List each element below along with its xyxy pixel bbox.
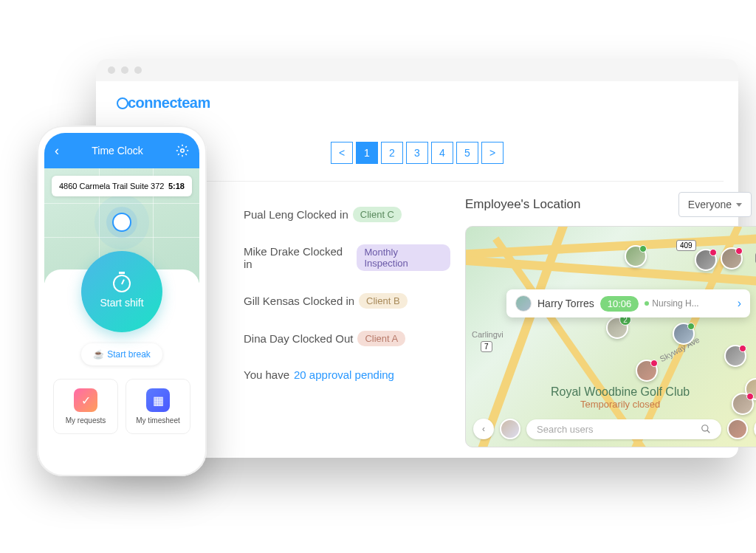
status-indicator — [746, 393, 754, 400]
window-dot — [108, 66, 115, 74]
employee-location-panel: Employee's Location Everyone 409 27 7 Ca… — [465, 192, 756, 447]
gridline — [44, 237, 199, 238]
approval-row: You have 20 approval pending — [244, 368, 450, 381]
map-footer: ‹ Search users › — [473, 419, 756, 439]
search-input[interactable]: Search users — [526, 419, 721, 439]
back-icon[interactable]: ‹ — [55, 143, 59, 159]
status-indicator — [739, 345, 746, 352]
footer-avatar[interactable] — [727, 419, 748, 439]
page-3[interactable]: 3 — [406, 142, 428, 164]
activity-tag: Monthly Inspection — [357, 244, 450, 271]
activity-row: Mike Drake Clocked in Monthly Inspection — [244, 244, 450, 271]
stopwatch-icon — [113, 275, 131, 292]
window-dot — [121, 66, 128, 74]
activity-tag: Client B — [359, 293, 408, 309]
my-requests-card[interactable]: ✓ My requests — [53, 379, 118, 434]
activity-text: Mike Drake Clocked in — [244, 245, 352, 270]
coffee-icon: ☕ — [93, 349, 104, 360]
activity-row: Gill Kensas Clocked in Client B — [244, 293, 450, 309]
employee-avatar[interactable] — [673, 323, 695, 345]
activity-feed: Pual Leng Clocked in Client C Mike Drake… — [244, 207, 450, 381]
page-4[interactable]: 4 — [431, 142, 453, 164]
status-indicator — [735, 247, 743, 255]
start-shift-button[interactable]: Start shift — [81, 251, 162, 332]
place-name: Royal Woodbine Golf Club — [551, 385, 690, 399]
activity-text: Gill Kensas Clocked in — [244, 295, 354, 307]
page-5[interactable]: 5 — [456, 142, 478, 164]
road-badge: 7 — [481, 341, 492, 352]
activity-row: Dina Day Clocked Out Client A — [244, 331, 450, 346]
page-prev[interactable]: < — [331, 142, 353, 164]
phone-mockup: ‹ Time Clock 4860 Carmela Trail Suite 37… — [37, 126, 207, 476]
requests-icon: ✓ — [74, 388, 97, 412]
popup-name: Harry Torres — [537, 298, 594, 309]
shift-panel: Start shift ☕ Start break ✓ My requests … — [44, 269, 199, 469]
svg-point-1 — [181, 149, 185, 153]
employee-popup[interactable]: Harry Torres 10:06 Nursing H... › — [506, 289, 750, 317]
page-2[interactable]: 2 — [381, 142, 403, 164]
employee-avatar[interactable] — [636, 360, 658, 382]
page-1[interactable]: 1 — [356, 142, 378, 164]
address-time: 5:18 — [168, 182, 185, 190]
employee-avatar[interactable] — [625, 245, 647, 267]
activity-tag: Client C — [353, 207, 402, 222]
activity-text: Pual Leng Clocked in — [244, 208, 348, 221]
map-header: Employee's Location Everyone — [465, 192, 756, 217]
place-status: Temporarily closed — [551, 399, 690, 410]
chevron-down-icon — [736, 203, 742, 207]
road-badge: 409 — [676, 240, 696, 251]
status-indicator — [639, 245, 647, 253]
requests-label: My requests — [66, 416, 106, 425]
user-location-pin — [112, 213, 131, 232]
employee-avatar[interactable] — [732, 393, 754, 415]
activity-text: Dina Day Clocked Out — [244, 332, 353, 345]
popup-time: 10:06 — [600, 296, 639, 312]
start-break-label: Start break — [107, 349, 151, 360]
filter-label: Everyone — [688, 199, 732, 210]
employee-avatar[interactable] — [695, 249, 717, 271]
my-timesheet-card[interactable]: ▦ My timesheet — [126, 379, 190, 434]
start-shift-label: Start shift — [100, 297, 143, 309]
browser-titlebar — [96, 59, 738, 81]
chevron-right-icon: › — [738, 297, 741, 310]
approval-link[interactable]: 20 approval pending — [294, 368, 394, 381]
filter-dropdown[interactable]: Everyone — [678, 192, 752, 217]
logo-icon — [117, 97, 128, 109]
employee-avatar[interactable] — [724, 345, 746, 367]
address-bar: 4860 Carmela Trail Suite 372 5:18 — [52, 176, 192, 196]
timesheet-label: My timesheet — [136, 416, 179, 425]
map-controls: Everyone — [678, 192, 756, 217]
svg-point-0 — [702, 425, 708, 431]
start-break-button[interactable]: ☕ Start break — [81, 343, 162, 365]
activity-row: Pual Leng Clocked in Client C — [244, 207, 450, 222]
gridline — [44, 203, 199, 204]
road-text: Carlingvi — [472, 330, 504, 339]
phone-title: Time Clock — [92, 145, 143, 157]
brand-text: connecteam — [128, 95, 210, 111]
popup-location: Nursing H... — [645, 298, 698, 309]
gear-icon[interactable] — [176, 144, 189, 157]
status-indicator — [709, 249, 717, 256]
bottom-cards: ✓ My requests ▦ My timesheet — [44, 365, 199, 434]
page-next[interactable]: > — [481, 142, 504, 164]
phone-screen: ‹ Time Clock 4860 Carmela Trail Suite 37… — [44, 133, 199, 469]
employee-avatar[interactable]: 2 — [606, 317, 628, 339]
carousel-prev[interactable]: ‹ — [473, 419, 494, 439]
footer-avatar[interactable] — [500, 419, 520, 439]
brand-logo: connecteam — [117, 95, 210, 111]
search-placeholder: Search users — [537, 424, 594, 435]
phone-header: ‹ Time Clock — [44, 133, 199, 168]
window-dot — [134, 66, 142, 74]
place-label: Royal Woodbine Golf Club Temporarily clo… — [551, 385, 690, 410]
pagination: < 1 2 3 4 5 > — [331, 142, 504, 164]
popup-avatar — [515, 295, 532, 312]
employee-avatar[interactable] — [721, 247, 743, 269]
search-icon — [701, 424, 711, 434]
map-title: Employee's Location — [465, 197, 580, 212]
timesheet-icon: ▦ — [146, 388, 170, 412]
approval-prefix: You have — [244, 368, 289, 381]
status-indicator — [650, 360, 658, 367]
map-canvas[interactable]: 409 27 7 Carlingvi Skyway Ave Royal Wood… — [465, 226, 756, 447]
status-indicator — [687, 323, 695, 330]
activity-tag: Client A — [357, 331, 405, 346]
